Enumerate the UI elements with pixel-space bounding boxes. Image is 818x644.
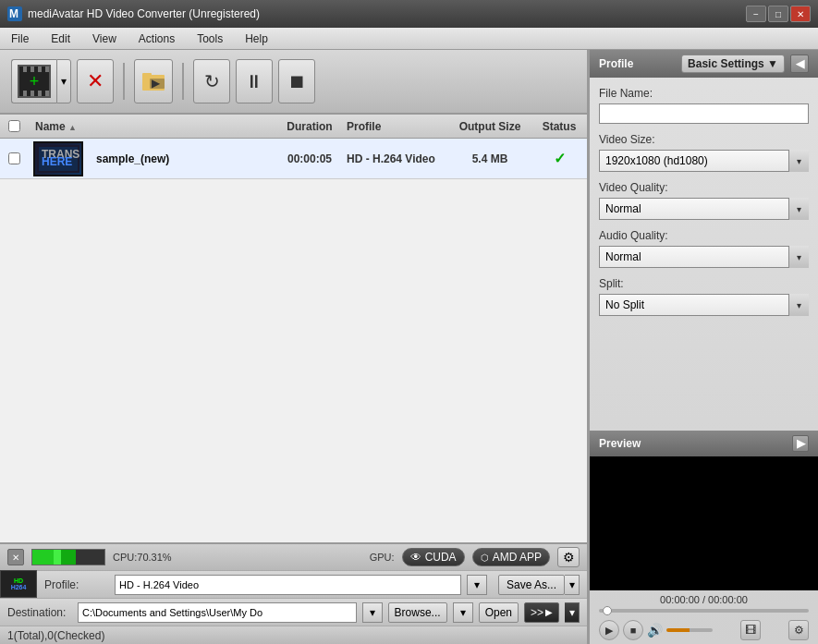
minimize-button[interactable]: − bbox=[746, 6, 766, 22]
name-column-header[interactable]: Name ▲ bbox=[28, 120, 273, 133]
preview-settings-button[interactable]: ⚙ bbox=[788, 620, 809, 640]
file-output-size-cell: 5.4 MB bbox=[448, 152, 531, 165]
gpu-label: GPU: bbox=[370, 552, 395, 563]
profile-dropdown-button[interactable]: ▾ bbox=[467, 575, 487, 595]
amd-button[interactable]: ⬡ AMD APP bbox=[472, 548, 550, 566]
volume-slider[interactable] bbox=[666, 628, 713, 632]
video-size-select-wrap: 1920x1080 (hd1080) 1280x720 (hd720) 854x… bbox=[599, 150, 809, 172]
status-checkmark: ✓ bbox=[554, 151, 566, 166]
video-quality-label: Video Quality: bbox=[599, 181, 809, 194]
video-size-select[interactable]: 1920x1080 (hd1080) 1280x720 (hd720) 854x… bbox=[599, 150, 809, 172]
settings-button[interactable]: ⚙ bbox=[557, 547, 580, 567]
refresh-button[interactable]: ↻ bbox=[193, 59, 230, 103]
video-size-label: Video Size: bbox=[599, 133, 809, 146]
menu-tools[interactable]: Tools bbox=[186, 30, 234, 48]
window-title: mediAvatar HD Video Converter (Unregiste… bbox=[28, 7, 746, 20]
close-button[interactable]: ✕ bbox=[790, 6, 811, 22]
file-name-input[interactable] bbox=[599, 103, 809, 124]
preview-title: Preview bbox=[599, 437, 792, 450]
toolbar: + ▾ ✕ ▶ ↻ ⏸ ⏹ bbox=[0, 50, 587, 115]
stop-button[interactable]: ⏹ bbox=[278, 59, 315, 103]
preview-snapshot-button[interactable]: 🎞 bbox=[740, 620, 761, 640]
panel-toggle-button[interactable]: ◀ bbox=[790, 55, 809, 73]
basic-settings-label: Basic Settings ▼ bbox=[688, 57, 778, 70]
destination-path-input[interactable] bbox=[78, 602, 357, 623]
table-row[interactable]: TRANS HERE sample_(new) 00:00:05 HD - H.… bbox=[0, 139, 587, 179]
video-quality-select[interactable]: Normal High Low Custom bbox=[599, 198, 809, 220]
toolbar-separator-1 bbox=[123, 63, 125, 100]
menu-bar: File Edit View Actions Tools Help bbox=[0, 28, 818, 50]
destination-label: Destination: bbox=[7, 606, 72, 619]
pause-button[interactable]: ⏸ bbox=[236, 59, 273, 103]
cuda-eye-icon: 👁 bbox=[410, 551, 421, 564]
profile-bar: Profile: ▾ Save As... ▾ bbox=[37, 570, 587, 598]
add-folder-button[interactable]: ▶ bbox=[134, 59, 173, 103]
file-name-label: File Name: bbox=[599, 87, 809, 100]
basic-settings-button[interactable]: Basic Settings ▼ bbox=[681, 55, 785, 73]
preview-seekbar-thumb[interactable] bbox=[603, 606, 612, 615]
file-list: Name ▲ Duration Profile Output Size Stat… bbox=[0, 115, 587, 542]
menu-actions[interactable]: Actions bbox=[128, 30, 186, 48]
browse-button[interactable]: Browse... bbox=[388, 602, 447, 623]
clear-button[interactable]: ✕ bbox=[7, 549, 24, 565]
profile-icon: HD H264 bbox=[0, 570, 37, 598]
cuda-button[interactable]: 👁 CUDA bbox=[402, 548, 465, 566]
progress-green-2 bbox=[54, 550, 61, 565]
preview-header: Preview ▶ bbox=[590, 431, 818, 456]
preview-video-area bbox=[590, 456, 818, 590]
svg-text:M: M bbox=[9, 7, 18, 20]
row-checkbox[interactable] bbox=[8, 152, 20, 164]
total-count-label: 1(Total),0(Checked) bbox=[7, 629, 104, 642]
menu-view[interactable]: View bbox=[81, 30, 128, 48]
open-button[interactable]: Open bbox=[479, 602, 519, 623]
cpu-usage-label: CPU:70.31% bbox=[113, 552, 172, 563]
film-add-icon: + bbox=[18, 65, 51, 98]
preview-stop-button[interactable]: ■ bbox=[623, 620, 643, 640]
convert-to-icon: ▶ bbox=[545, 607, 553, 617]
file-list-header: Name ▲ Duration Profile Output Size Stat… bbox=[0, 115, 587, 139]
row-checkbox-wrap[interactable] bbox=[0, 152, 28, 164]
svg-text:▶: ▶ bbox=[152, 77, 161, 90]
volume-icon[interactable]: 🔊 bbox=[647, 623, 663, 638]
convert-dropdown-button[interactable]: ▾ bbox=[565, 602, 580, 623]
audio-quality-label: Audio Quality: bbox=[599, 229, 809, 242]
duration-column-header: Duration bbox=[273, 120, 347, 133]
sort-arrow: ▲ bbox=[68, 123, 77, 132]
destination-dropdown-button[interactable]: ▾ bbox=[362, 602, 383, 623]
check-all-column[interactable] bbox=[0, 120, 28, 132]
toolbar-separator-2 bbox=[182, 63, 184, 100]
menu-edit[interactable]: Edit bbox=[40, 30, 81, 48]
file-status-cell: ✓ bbox=[531, 150, 587, 167]
browse-dropdown-button[interactable]: ▾ bbox=[453, 602, 473, 623]
add-video-button[interactable]: + bbox=[11, 59, 56, 103]
maximize-button[interactable]: □ bbox=[768, 6, 788, 22]
profile-bar-label: Profile: bbox=[44, 578, 109, 591]
menu-help[interactable]: Help bbox=[234, 30, 279, 48]
thumbnail-image: TRANS HERE bbox=[35, 143, 81, 175]
audio-quality-select[interactable]: Normal High Low Custom bbox=[599, 246, 809, 268]
progress-bar bbox=[31, 549, 105, 565]
preview-toggle-button[interactable]: ▶ bbox=[792, 435, 809, 452]
preview-play-button[interactable]: ▶ bbox=[599, 620, 619, 640]
amd-label: AMD APP bbox=[493, 551, 542, 564]
video-quality-select-wrap: Normal High Low Custom ▾ bbox=[599, 198, 809, 220]
convert-button[interactable]: >> ▶ bbox=[524, 602, 559, 623]
cuda-label: CUDA bbox=[425, 551, 457, 564]
split-select-wrap: No Split By Size By Duration ▾ bbox=[599, 294, 809, 316]
preview-seekbar[interactable] bbox=[599, 609, 809, 613]
right-panel: Profile Basic Settings ▼ ◀ File Name: Vi… bbox=[589, 50, 818, 644]
save-as-dropdown-button[interactable]: ▾ bbox=[565, 575, 580, 595]
save-as-button[interactable]: Save As... bbox=[498, 575, 565, 595]
check-all-checkbox[interactable] bbox=[8, 120, 20, 132]
progress-green-3 bbox=[61, 550, 76, 565]
menu-file[interactable]: File bbox=[0, 30, 40, 48]
split-select[interactable]: No Split By Size By Duration bbox=[599, 294, 809, 316]
main-container: + ▾ ✕ ▶ ↻ ⏸ ⏹ bbox=[0, 50, 818, 644]
remove-button[interactable]: ✕ bbox=[77, 59, 114, 103]
preview-slider-wrap bbox=[590, 609, 818, 616]
add-video-dropdown-arrow[interactable]: ▾ bbox=[56, 59, 71, 103]
left-panel: + ▾ ✕ ▶ ↻ ⏸ ⏹ bbox=[0, 50, 589, 644]
profile-input[interactable] bbox=[115, 575, 461, 595]
file-name-cell: sample_(new) bbox=[89, 152, 273, 165]
file-thumbnail: TRANS HERE bbox=[33, 141, 83, 176]
